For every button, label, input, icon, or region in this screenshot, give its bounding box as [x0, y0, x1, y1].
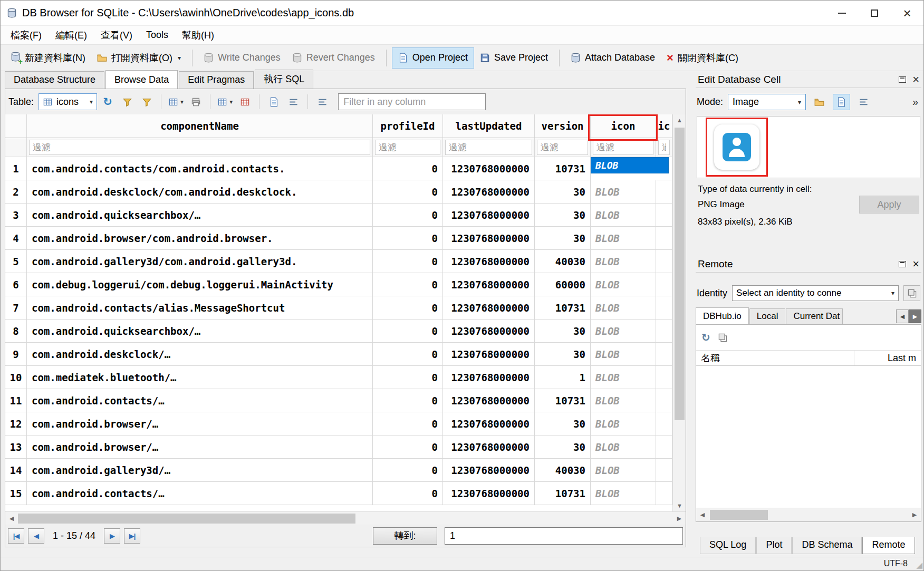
- cell-partial[interactable]: [656, 204, 672, 227]
- remote-horizontal-scrollbar[interactable]: ◀ ▶: [696, 508, 921, 521]
- cell-profileid[interactable]: 0: [373, 250, 443, 273]
- write-changes-button[interactable]: Write Changes: [198, 47, 286, 69]
- import-identity-button[interactable]: [903, 285, 920, 301]
- cell-lastupdated[interactable]: 1230768000000: [443, 389, 535, 412]
- row-number[interactable]: 8: [5, 320, 27, 343]
- cell-profileid[interactable]: 0: [373, 320, 443, 343]
- filter-componentname-input[interactable]: [29, 140, 370, 155]
- cell-icon-blob[interactable]: BLOB: [591, 389, 656, 412]
- cell-lastupdated[interactable]: 1230768000000: [443, 482, 535, 505]
- cell-partial[interactable]: [656, 180, 672, 204]
- cell-version[interactable]: 30: [535, 435, 591, 459]
- column-header-version[interactable]: version: [535, 114, 591, 138]
- menu-file[interactable]: 檔案(F): [4, 26, 49, 44]
- remote-column-last-modified[interactable]: Last m: [854, 351, 921, 365]
- row-number[interactable]: 6: [5, 273, 27, 296]
- cell-partial[interactable]: [656, 227, 672, 250]
- condensed-view-button[interactable]: [313, 93, 331, 111]
- horizontal-scrollbar[interactable]: ◀ ▶: [5, 511, 686, 525]
- cell-icon-blob[interactable]: BLOB: [591, 204, 656, 227]
- cell-componentname[interactable]: com.android.quicksearchbox/…: [27, 320, 373, 343]
- maximize-button[interactable]: [858, 1, 891, 26]
- vertical-scroll-thumb[interactable]: [675, 128, 685, 420]
- cell-profileid[interactable]: 0: [373, 389, 443, 412]
- cell-partial[interactable]: [656, 250, 672, 273]
- tab-db-schema[interactable]: DB Schema: [792, 537, 862, 554]
- tab-database-structure[interactable]: Database Structure: [5, 71, 104, 89]
- refresh-button[interactable]: ↻: [99, 93, 117, 111]
- tab-sql-log[interactable]: SQL Log: [700, 537, 756, 554]
- row-number[interactable]: 5: [5, 250, 27, 273]
- chevron-down-icon[interactable]: ▾: [178, 54, 181, 62]
- cell-componentname[interactable]: com.debug.loggerui/com.debug.loggerui.Ma…: [27, 273, 373, 296]
- clone-database-icon[interactable]: [718, 333, 728, 343]
- global-filter-input[interactable]: [338, 93, 486, 110]
- cell-componentname[interactable]: com.android.browser/com.android.browser.: [27, 227, 373, 250]
- vertical-scrollbar[interactable]: ▲ ▼: [672, 114, 686, 511]
- attach-database-button[interactable]: Attach Database: [565, 47, 661, 69]
- tab-plot[interactable]: Plot: [756, 537, 792, 554]
- cell-componentname[interactable]: com.android.contacts/…: [27, 389, 373, 412]
- cell-version[interactable]: 60000: [535, 273, 591, 296]
- float-panel-icon[interactable]: [899, 76, 906, 83]
- menu-help[interactable]: 幫助(H): [175, 26, 221, 44]
- goto-button[interactable]: 轉到:: [373, 527, 437, 545]
- cell-icon-blob[interactable]: BLOB: [591, 435, 656, 459]
- cell-version[interactable]: 30: [535, 227, 591, 250]
- cell-profileid[interactable]: 0: [373, 435, 443, 459]
- cell-icon-blob[interactable]: BLOB: [591, 180, 656, 204]
- cell-lastupdated[interactable]: 1230768000000: [443, 412, 535, 435]
- print-button[interactable]: [187, 93, 205, 111]
- cell-lastupdated[interactable]: 1230768000000: [443, 250, 535, 273]
- cell-lastupdated[interactable]: 1230768000000: [443, 459, 535, 482]
- next-record-button[interactable]: ▶: [104, 528, 120, 544]
- tab-execute-sql[interactable]: 執行 SQL: [255, 70, 313, 89]
- row-number[interactable]: 7: [5, 296, 27, 320]
- cell-lastupdated[interactable]: 1230768000000: [443, 157, 535, 180]
- previous-record-button[interactable]: ◀: [28, 528, 44, 544]
- row-number[interactable]: 4: [5, 227, 27, 250]
- cell-icon-blob[interactable]: BLOB: [591, 320, 656, 343]
- cell-partial[interactable]: [656, 343, 672, 366]
- tab-edit-pragmas[interactable]: Edit Pragmas: [179, 71, 254, 89]
- cell-lastupdated[interactable]: 1230768000000: [443, 273, 535, 296]
- filter-lastupdated-input[interactable]: [445, 140, 532, 155]
- save-view-button[interactable]: ▾: [167, 93, 185, 111]
- delete-record-button[interactable]: [236, 93, 254, 111]
- cell-version[interactable]: 30: [535, 320, 591, 343]
- scroll-up-icon[interactable]: ▲: [673, 114, 686, 126]
- column-header-componentname[interactable]: componentName: [27, 114, 373, 138]
- cell-componentname[interactable]: com.android.contacts/…: [27, 482, 373, 505]
- cell-icon-blob[interactable]: BLOB: [591, 482, 656, 505]
- word-wrap-button[interactable]: [855, 94, 872, 110]
- menu-tools[interactable]: Tools: [139, 26, 175, 44]
- tab-browse-data[interactable]: Browse Data: [105, 70, 178, 89]
- cell-lastupdated[interactable]: 1230768000000: [443, 435, 535, 459]
- cell-version[interactable]: 1: [535, 366, 591, 389]
- row-number[interactable]: 1: [5, 157, 27, 180]
- filter-icon-input[interactable]: [593, 140, 653, 155]
- apply-button[interactable]: Apply: [859, 196, 919, 214]
- scroll-left-icon[interactable]: ◀: [696, 508, 709, 521]
- cell-partial[interactable]: [656, 273, 672, 296]
- cell-partial[interactable]: [656, 320, 672, 343]
- scroll-right-icon[interactable]: ▶: [673, 512, 686, 525]
- column-header-icon[interactable]: icon: [591, 114, 656, 138]
- tab-remote[interactable]: Remote: [862, 537, 915, 554]
- cell-icon-blob[interactable]: BLOB: [591, 296, 656, 320]
- cell-componentname[interactable]: com.android.browser/…: [27, 435, 373, 459]
- cell-partial[interactable]: [656, 389, 672, 412]
- tab-scroll-right-button[interactable]: ▶: [909, 309, 921, 323]
- close-button[interactable]: ×: [891, 1, 923, 26]
- cell-lastupdated[interactable]: 1230768000000: [443, 180, 535, 204]
- tab-dbhub[interactable]: DBHub.io: [696, 307, 749, 324]
- mode-select[interactable]: Image ▾: [728, 94, 806, 110]
- cell-componentname[interactable]: com.mediatek.bluetooth/…: [27, 366, 373, 389]
- cell-componentname[interactable]: com.android.deskclock/com.android.deskcl…: [27, 180, 373, 204]
- cell-profileid[interactable]: 0: [373, 412, 443, 435]
- tab-current-database[interactable]: Current Dat: [786, 308, 843, 324]
- cell-profileid[interactable]: 0: [373, 482, 443, 505]
- remote-refresh-icon[interactable]: ↻: [701, 331, 710, 344]
- cell-profileid[interactable]: 0: [373, 296, 443, 320]
- cell-partial[interactable]: [656, 459, 672, 482]
